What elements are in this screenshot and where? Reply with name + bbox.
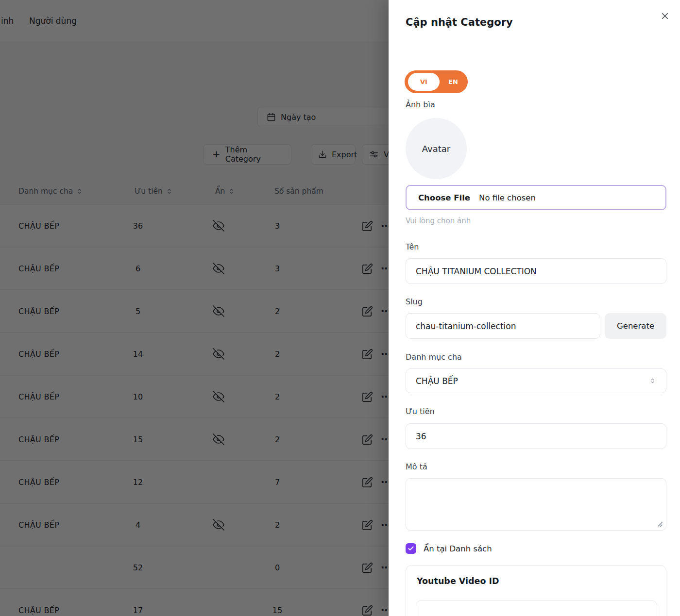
name-input[interactable] (406, 258, 666, 284)
file-upload-input[interactable]: Choose File No file chosen (406, 185, 666, 210)
language-option-en[interactable]: EN (440, 70, 467, 93)
hide-in-list-label: Ẩn tại Danh sách (424, 544, 492, 553)
parent-category-label: Danh mục cha (406, 352, 462, 362)
parent-category-value: CHẬU BẾP (416, 376, 458, 386)
close-icon[interactable] (657, 8, 673, 24)
slug-label: Slug (406, 297, 423, 306)
name-label: Tên (406, 242, 419, 251)
parent-category-select[interactable]: CHẬU BẾP (406, 368, 666, 393)
file-hint-text: Vui lòng chọn ảnh (406, 216, 471, 225)
language-toggle[interactable]: VI EN (405, 70, 468, 93)
slug-input[interactable] (406, 313, 600, 339)
checkbox-checked[interactable] (406, 543, 416, 554)
avatar-text: Avatar (422, 144, 450, 154)
generate-button[interactable]: Generate (605, 313, 666, 339)
hide-in-list-checkbox-row[interactable]: Ẩn tại Danh sách (406, 543, 492, 554)
youtube-section-card: Youtube Video ID (406, 565, 666, 616)
youtube-video-id-input[interactable] (416, 600, 657, 616)
avatar[interactable]: Avatar (406, 118, 467, 179)
choose-file-button[interactable]: Choose File (418, 193, 470, 202)
chevron-updown-icon (649, 377, 656, 385)
drawer-title: Cập nhật Category (406, 17, 513, 28)
priority-label: Ưu tiên (406, 407, 435, 416)
file-status-text: No file chosen (479, 193, 536, 202)
description-label: Mô tả (406, 462, 427, 471)
description-textarea[interactable] (406, 478, 666, 531)
language-option-vi[interactable]: VI (408, 73, 440, 91)
youtube-section-title: Youtube Video ID (417, 576, 499, 586)
cover-image-label: Ảnh bìa (406, 100, 435, 109)
update-category-drawer: Cập nhật Category VI EN Ảnh bìa Avatar C… (389, 0, 680, 616)
check-icon (408, 545, 414, 552)
priority-input[interactable] (406, 423, 666, 449)
